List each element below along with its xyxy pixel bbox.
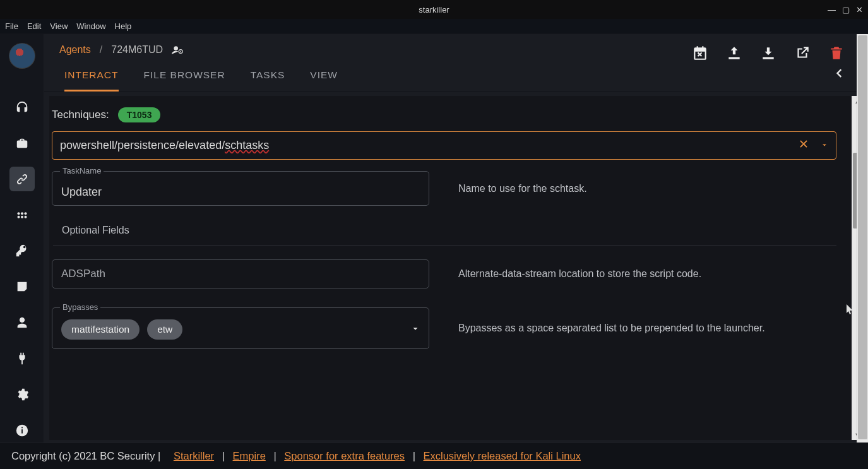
tab-tasks[interactable]: TASKS [251, 69, 285, 92]
footer: Copyright (c) 2021 BC Security | Starkil… [0, 442, 868, 469]
tabs: INTERACT FILE BROWSER TASKS VIEW [44, 56, 868, 92]
info-icon[interactable] [9, 418, 35, 442]
window-close-icon[interactable]: ✕ [856, 5, 863, 15]
chip-etw[interactable]: etw [147, 319, 182, 340]
adspath-placeholder: ADSPath [61, 268, 105, 280]
bypasses-description: Bypasses as a space separated list to be… [458, 323, 765, 334]
taskname-field[interactable]: TaskName Updater [52, 171, 429, 206]
svg-point-11 [180, 51, 181, 52]
window-title: starkiller [419, 5, 449, 15]
note-icon[interactable] [9, 275, 35, 299]
user-cog-icon[interactable] [172, 45, 184, 55]
menu-view[interactable]: View [50, 21, 68, 31]
adspath-field[interactable]: ADSPath [52, 259, 429, 288]
plug-icon[interactable] [9, 346, 35, 371]
window-maximize-icon[interactable]: ▢ [842, 5, 850, 15]
chip-mattifestation[interactable]: mattifestation [61, 319, 140, 340]
footer-link-sponsor[interactable]: Sponsor for extra features [284, 450, 405, 462]
module-select[interactable]: powershell/persistence/elevated/schtasks [52, 131, 836, 160]
dropdown-caret-icon[interactable] [821, 139, 828, 152]
svg-point-0 [17, 212, 20, 215]
adspath-description: Alternate-data-stream location to store … [458, 268, 701, 280]
techniques-label: Techniques: [52, 109, 109, 121]
breadcrumb-current: 724M6TUD [111, 44, 163, 56]
footer-link-kali[interactable]: Exclusively released for Kali Linux [424, 450, 581, 462]
user-icon[interactable] [9, 311, 35, 335]
svg-point-3 [17, 215, 20, 218]
module-select-text: powershell/persistence/elevated/schtasks [60, 139, 798, 152]
svg-point-4 [20, 215, 23, 218]
divider [53, 245, 836, 246]
module-path-prefix: powershell/persistence/elevated/ [60, 139, 225, 151]
bypasses-field[interactable]: Bypasses mattifestation etw [52, 307, 429, 349]
outer-scrollbar[interactable] [857, 34, 868, 442]
svg-point-9 [174, 46, 178, 50]
optional-fields-label: Optional Fields [51, 221, 839, 242]
bypasses-dropdown-icon[interactable] [411, 324, 420, 335]
gear-icon[interactable] [9, 382, 35, 407]
menu-file[interactable]: File [5, 21, 18, 31]
menu-help[interactable]: Help [115, 21, 132, 31]
footer-link-empire[interactable]: Empire [233, 450, 266, 462]
svg-point-1 [20, 212, 23, 215]
link-icon[interactable] [9, 167, 35, 191]
menubar: File Edit View Window Help [0, 19, 868, 34]
svg-rect-8 [21, 427, 23, 428]
bypasses-label: Bypasses [60, 302, 100, 312]
menu-window[interactable]: Window [76, 21, 105, 31]
breadcrumb-agents[interactable]: Agents [59, 44, 91, 56]
module-path-spellcheck: schtasks [225, 139, 269, 151]
outer-scroll-thumb[interactable] [858, 35, 867, 439]
footer-link-starkiller[interactable]: Starkiller [174, 450, 214, 462]
tab-view[interactable]: VIEW [310, 69, 338, 92]
technique-badge[interactable]: T1053 [118, 107, 161, 122]
sidebar [0, 34, 44, 442]
main-content: Agents / 724M6TUD [44, 34, 868, 442]
svg-point-5 [24, 215, 27, 218]
back-chevron-icon[interactable] [833, 67, 845, 81]
svg-point-2 [24, 212, 27, 215]
tab-interact[interactable]: INTERACT [64, 69, 119, 92]
taskname-value: Updater [61, 186, 102, 198]
taskname-label: TaskName [60, 166, 104, 175]
headphones-icon[interactable] [9, 95, 35, 120]
avatar[interactable] [9, 43, 35, 69]
clear-icon[interactable] [798, 138, 809, 153]
grid-icon[interactable] [9, 203, 35, 227]
window-minimize-icon[interactable]: ― [828, 5, 836, 15]
briefcase-icon[interactable] [9, 131, 35, 155]
taskname-description: Name to use for the schtask. [458, 183, 587, 194]
tab-file-browser[interactable]: FILE BROWSER [144, 69, 225, 92]
key-icon[interactable] [9, 239, 35, 263]
window-titlebar: starkiller ― ▢ ✕ [0, 0, 868, 19]
breadcrumb-separator: / [100, 44, 102, 56]
menu-edit[interactable]: Edit [27, 21, 41, 31]
svg-rect-7 [21, 429, 23, 433]
footer-copyright: Copyright (c) 2021 BC Security | [11, 450, 160, 462]
